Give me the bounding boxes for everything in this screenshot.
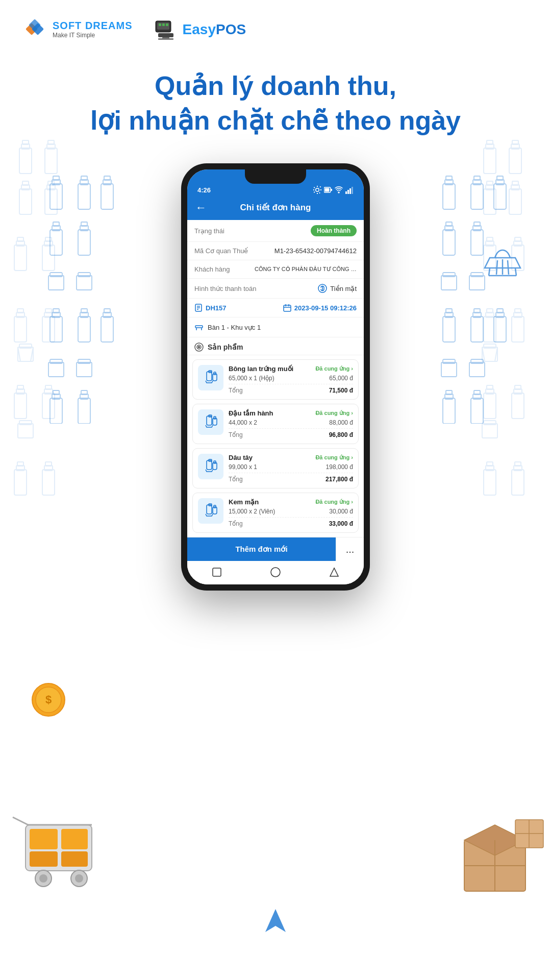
product-image-1 [198,409,223,435]
product-price-qty-3: 15,000 x 2 (Viên) [229,508,275,515]
product-total-value-3: 33,000 đ [329,520,353,527]
payment-value: Tiền mặt [318,284,357,293]
products-section-header: Sản phẩm [187,337,364,355]
easypos-logo: EasyPOS [153,17,246,42]
products-label: Sản phẩm [208,343,243,351]
order-id: DH157 [194,304,226,312]
product-name-row-3: Kem mặn Đã cung ứng › [229,498,353,506]
nav-back-button[interactable] [211,566,223,578]
svg-rect-185 [349,188,351,194]
product-total-label-3: Tổng [229,520,243,527]
table-info-text: Bàn 1 - Khu vực 1 [208,324,261,331]
back-button[interactable]: ← [195,201,207,214]
brand-name: SOFT DREAMS [53,19,133,32]
brand-tagline: Make IT Simple [53,32,133,39]
tagline-section: Quản lý doanh thu, lợi nhuận chặt chẽ th… [0,54,551,148]
payment-icon [318,284,327,293]
svg-rect-126 [78,316,90,342]
product-name-row-0: Bông lan trứng muối Đã cung ứng › [229,365,353,373]
product-total-row-3: Tổng 33,000 đ [229,517,353,527]
table-info-row: Bàn 1 - Khu vực 1 [187,317,364,337]
status-time: 4:26 [197,186,211,194]
svg-rect-148 [494,184,506,209]
customer-label: Khách hàng [194,265,230,273]
product-status-0: Đã cung ứng › [315,365,353,372]
svg-point-225 [39,874,47,883]
right-bottles-deco [434,168,510,424]
boxes-decoration [454,810,546,903]
product-info-0: Bông lan trứng muối Đã cung ứng › 65,000… [229,365,353,394]
order-date-value: 2023-09-15 09:12:26 [294,304,357,312]
svg-line-98 [496,260,497,275]
product-price-row-3: 15,000 x 2 (Viên) 30,000 đ [229,508,353,515]
phone-mockup-container: 4:26 ← Chi tiết đơn hàng [0,163,551,591]
product-price-row-2: 99,000 x 1 198,000 đ [229,463,353,471]
logo-soft-dreams: SOFT DREAMS Make IT Simple [20,15,133,43]
nav-recents-icon [329,567,339,577]
order-meta-row: DH157 2023-09-15 09:12:26 [187,299,364,317]
product-list: Bông lan trứng muối Đã cung ứng › 65,000… [187,359,364,533]
product-name-1: Đậu tắm hành [229,409,273,417]
svg-rect-196 [195,326,203,328]
svg-rect-170 [441,362,457,377]
calendar-icon [283,304,291,312]
order-id-icon [194,304,203,312]
svg-rect-174 [443,398,455,424]
easypos-pos: POS [216,21,246,37]
status-label: Trạng thái [194,227,224,235]
add-order-button[interactable]: Thêm đơn mới [187,537,336,561]
tagline-line2: lợi nhuận chặt chẽ theo ngày [31,104,520,138]
svg-marker-220 [330,568,338,576]
payment-row: Hình thức thanh toán Tiền mặt [187,279,364,299]
shopping-cart-decoration [10,794,112,898]
wifi-icon [335,186,343,194]
nav-home-button[interactable] [269,566,282,578]
product-total-label-0: Tổng [229,387,243,394]
product-total-row-1: Tổng 96,800 đ [229,428,353,438]
product-total-row-2: Tổng 217,800 đ [229,473,353,483]
svg-rect-104 [50,184,62,209]
product-name-row-2: Dâu tây Đã cung ứng › [229,454,353,461]
customer-row: Khách hàng CÔNG TY CỔ PHẦN ĐẦU TƯ CÔNG N… [187,260,364,279]
left-bottles-deco [41,168,117,424]
svg-rect-172 [469,362,485,377]
svg-point-227 [75,874,83,883]
svg-line-95 [489,268,490,276]
product-total-row-0: Tổng 71,500 đ [229,384,353,394]
easypos-text: EasyPOS [183,21,246,38]
svg-rect-183 [345,191,347,194]
svg-rect-139 [78,398,90,424]
status-badge: Hoàn thành [311,225,357,236]
product-total-value-1: 96,800 đ [329,431,353,438]
product-price-row-0: 65,000 x 1 (Hộp) 65,000 đ [229,375,353,382]
svg-rect-228 [30,829,58,849]
product-name-row-1: Đậu tắm hành Đã cung ứng › [229,409,353,417]
table-icon [194,323,204,332]
product-card-2: Dâu tây Đã cung ứng › 99,000 x 1 198,000… [192,448,359,488]
product-status-1: Đã cung ứng › [315,410,353,416]
product-icon-3 [203,503,219,519]
svg-marker-239 [265,909,286,932]
svg-rect-91 [158,38,173,40]
nav-recents-button[interactable] [328,566,340,578]
customer-value: CÔNG TY CỔ PHẦN ĐẦU TƯ CÔNG NGHỆ VÀ THƯƠ… [255,266,357,273]
svg-rect-121 [77,276,92,290]
header: SOFT DREAMS Make IT Simple EasyPOS [0,0,551,54]
svg-rect-92 [159,23,161,26]
more-options-button[interactable]: ... [336,537,364,561]
svg-rect-164 [471,316,483,342]
svg-point-219 [271,568,280,577]
android-nav-bar [187,561,364,584]
phone-screen: 4:26 ← Chi tiết đơn hàng [187,169,364,584]
svg-rect-107 [78,184,90,209]
svg-rect-167 [494,316,506,342]
phone-device: 4:26 ← Chi tiết đơn hàng [181,163,370,591]
svg-rect-93 [162,23,165,26]
svg-rect-136 [50,398,62,424]
svg-rect-145 [471,184,483,209]
order-date: 2023-09-15 09:12:26 [283,304,357,312]
products-icon [194,342,204,352]
product-name-0: Bông lan trứng muối [229,365,293,373]
product-name-3: Kem mặn [229,498,259,506]
svg-text:$: $ [45,693,52,706]
